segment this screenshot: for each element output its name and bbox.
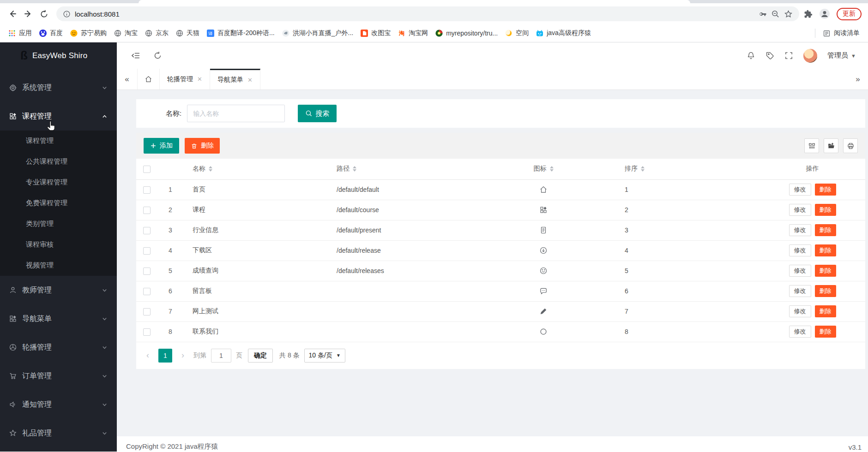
bookmark-item-9[interactable]: 淘淘宝网 [394,27,432,39]
extensions-puzzle-icon[interactable] [804,10,813,18]
path-column-header[interactable]: 路径 [327,159,471,179]
sidebar-item-6[interactable]: 通知管理 [0,390,117,419]
bookmark-item-7[interactable]: 洪湖小肖直播_户外... [278,27,357,39]
row-checkbox[interactable] [143,288,151,295]
sidebar-item-4[interactable]: 轮播管理 [0,333,117,362]
row-edit-button[interactable]: 修改 [789,184,811,196]
sidebar-subitem-1-0[interactable]: 课程管理 [0,131,117,151]
zoom-out-icon[interactable] [771,10,780,18]
bookmark-item-4[interactable]: 京东 [141,27,172,39]
select-all-checkbox[interactable] [143,166,151,173]
row-checkbox[interactable] [143,308,151,315]
tabs-scroll-left-icon[interactable]: « [117,69,137,89]
user-avatar[interactable] [803,49,817,63]
row-delete-button[interactable]: 删除 [815,204,836,216]
sidebar-subitem-1-4[interactable]: 类别管理 [0,214,117,234]
tabs-scroll-right-icon[interactable]: » [848,69,868,89]
bookmark-item-8[interactable]: 改图宝 [357,27,394,39]
bookmark-item-3[interactable]: 淘宝 [110,27,141,39]
tab-close-icon[interactable]: ✕ [247,77,253,83]
goto-confirm-button[interactable]: 确定 [248,349,273,363]
bookmark-item-10[interactable]: myrepository/tru... [432,28,501,39]
bookmark-item-11[interactable]: 空间 [501,27,532,39]
tab-close-icon[interactable]: ✕ [197,76,202,83]
bookmark-item-2[interactable]: 苏宁易购 [66,27,110,39]
back-icon[interactable] [5,6,20,22]
sidebar-item-0[interactable]: 系统管理 [0,73,117,102]
bookmark-item-5[interactable]: 天猫 [172,27,203,39]
browser-profile-icon[interactable] [819,8,830,19]
notification-bell-icon[interactable] [747,51,755,60]
row-checkbox[interactable] [143,328,151,336]
bookmark-star-icon[interactable] [784,10,793,18]
name-column-header[interactable]: 名称 [183,159,327,179]
export-button[interactable] [824,138,838,153]
row-delete-button[interactable]: 删除 [815,224,836,236]
sidebar-subitem-1-3[interactable]: 免费课程管理 [0,193,117,214]
row-edit-button[interactable]: 修改 [789,244,811,256]
icon-column-header[interactable]: 图标 [471,159,615,179]
row-edit-button[interactable]: 修改 [789,224,811,236]
tab-home[interactable] [137,69,160,89]
app-logo[interactable]: ß EasyWeb Shiro [0,42,117,69]
search-button[interactable]: 搜索 [298,105,337,122]
bookmark-item-6[interactable]: 译百度翻译-200种语... [203,27,278,39]
row-checkbox[interactable] [143,186,151,194]
row-edit-button[interactable]: 修改 [789,285,811,297]
prev-page-icon[interactable]: ‹ [142,349,154,362]
user-menu[interactable]: 管理员 ▼ [827,51,856,60]
row-checkbox[interactable] [143,227,151,234]
browser-active-tab[interactable] [139,0,690,3]
row-delete-button[interactable]: 删除 [815,285,836,297]
sidebar-subitem-1-5[interactable]: 课程审核 [0,234,117,255]
bookmark-item-0[interactable]: 应用 [5,27,36,39]
tab-1[interactable]: 导航菜单✕ [210,69,260,89]
add-button[interactable]: 添加 [144,138,179,154]
sort-icons[interactable] [641,166,645,172]
sort-icons[interactable] [353,166,356,172]
reading-list-button[interactable]: 阅读清单 [819,27,863,39]
row-checkbox[interactable] [143,207,151,214]
forward-icon[interactable] [20,6,36,22]
url-text[interactable]: localhost:8081 [75,10,120,18]
row-delete-button[interactable]: 删除 [815,184,836,196]
sidebar-subitem-1-1[interactable]: 公共课程管理 [0,151,117,172]
chrome-update-button[interactable]: 更新 [837,8,862,20]
password-key-icon[interactable] [758,10,767,18]
row-delete-button[interactable]: 删除 [815,244,836,256]
current-page[interactable]: 1 [158,349,172,363]
columns-filter-button[interactable] [804,138,819,153]
row-checkbox[interactable] [143,247,151,255]
next-page-icon[interactable]: › [177,349,189,362]
sidebar-item-1[interactable]: 课程管理 [0,102,117,131]
search-input[interactable] [187,105,285,122]
print-button[interactable] [843,138,858,153]
menu-fold-icon[interactable] [131,51,140,60]
sidebar-subitem-1-6[interactable]: 视频管理 [0,255,117,276]
sidebar-item-5[interactable]: 订单管理 [0,362,117,390]
sidebar-subitem-1-2[interactable]: 专业课程管理 [0,172,117,193]
bookmark-item-1[interactable]: 百度 [36,27,66,39]
sort-icons[interactable] [550,166,554,172]
row-delete-button[interactable]: 删除 [815,326,836,338]
sidebar-item-2[interactable]: 教师管理 [0,276,117,304]
tab-0[interactable]: 轮播管理✕ [160,69,210,89]
bookmark-item-12[interactable]: java高级程序猿 [532,27,595,39]
row-checkbox[interactable] [143,268,151,275]
row-edit-button[interactable]: 修改 [789,204,811,216]
reload-icon[interactable] [36,6,52,22]
page-size-select[interactable]: 10 条/页 ▼ [304,349,345,363]
row-edit-button[interactable]: 修改 [789,305,811,317]
goto-page-input[interactable] [211,349,231,363]
row-edit-button[interactable]: 修改 [789,265,811,277]
delete-button[interactable]: 删除 [185,138,220,154]
row-delete-button[interactable]: 删除 [815,265,836,277]
sidebar-item-3[interactable]: 导航菜单 [0,304,117,333]
sidebar-item-7[interactable]: 礼品管理 [0,419,117,447]
tag-icon[interactable] [766,51,774,60]
site-info-icon[interactable] [63,10,71,18]
page-refresh-icon[interactable] [153,51,162,60]
order-column-header[interactable]: 排序 [615,159,760,179]
row-edit-button[interactable]: 修改 [789,326,811,338]
row-delete-button[interactable]: 删除 [815,305,836,317]
